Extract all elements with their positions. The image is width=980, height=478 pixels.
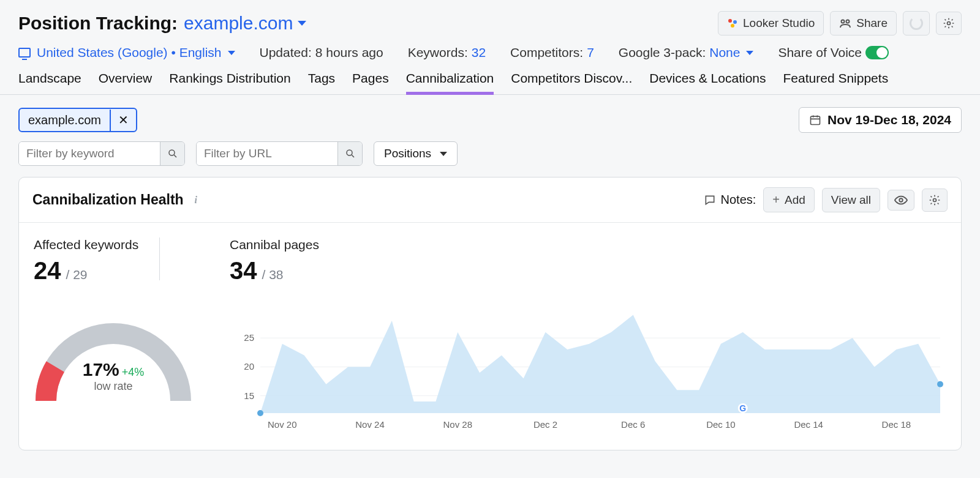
tab-competitors-discov-[interactable]: Competitors Discov... bbox=[511, 71, 632, 94]
tab-cannibalization[interactable]: Cannibalization bbox=[406, 71, 494, 94]
metric-label: Affected keywords bbox=[34, 237, 138, 252]
url-filter bbox=[196, 141, 363, 166]
metric-label: Cannibal pages bbox=[230, 237, 946, 252]
svg-point-7 bbox=[169, 150, 175, 155]
svg-point-8 bbox=[347, 150, 352, 155]
notes-text: Notes: bbox=[721, 193, 756, 207]
visibility-button[interactable] bbox=[888, 190, 914, 211]
x-tick: Nov 20 bbox=[268, 419, 297, 430]
positions-label: Positions bbox=[384, 147, 431, 160]
locale-text: United States (Google) • English bbox=[37, 45, 222, 60]
calendar-icon bbox=[809, 114, 821, 126]
metric-value: 34 bbox=[230, 257, 257, 285]
tab-featured-snippets[interactable]: Featured Snippets bbox=[783, 71, 889, 94]
updated-label: Updated: bbox=[260, 45, 312, 60]
keywords-label: Keywords: bbox=[408, 45, 468, 60]
updated-info: Updated: 8 hours ago bbox=[260, 45, 383, 60]
add-note-button[interactable]: + Add bbox=[763, 187, 815, 212]
monitor-icon bbox=[18, 48, 31, 58]
x-tick: Nov 28 bbox=[443, 419, 472, 430]
chevron-down-icon bbox=[298, 21, 306, 26]
domain-chip: example.com ✕ bbox=[18, 108, 137, 132]
url-input[interactable] bbox=[197, 142, 337, 165]
date-range-button[interactable]: Nov 19-Dec 18, 2024 bbox=[799, 107, 962, 133]
gear-icon bbox=[943, 17, 955, 29]
chevron-down-icon bbox=[228, 51, 235, 55]
add-label: Add bbox=[785, 193, 805, 207]
chevron-down-icon bbox=[746, 51, 753, 55]
g3pack-value: None bbox=[709, 45, 740, 60]
tab-pages[interactable]: Pages bbox=[352, 71, 389, 94]
tab-landscape[interactable]: Landscape bbox=[18, 71, 81, 94]
keyword-input[interactable] bbox=[19, 142, 160, 165]
g3pack-selector[interactable]: Google 3-pack: None bbox=[619, 45, 754, 60]
looker-studio-button[interactable]: Looker Studio bbox=[718, 11, 824, 35]
updated-value: 8 hours ago bbox=[315, 45, 383, 60]
svg-point-2 bbox=[731, 24, 734, 28]
sov-toggle-row: Share of Voice bbox=[778, 45, 889, 60]
sov-label: Share of Voice bbox=[778, 45, 862, 60]
domain-text: example.com bbox=[184, 13, 293, 34]
view-all-button[interactable]: View all bbox=[822, 188, 880, 212]
keywords-value[interactable]: 32 bbox=[472, 45, 486, 60]
svg-point-3 bbox=[842, 20, 845, 23]
chip-remove[interactable]: ✕ bbox=[111, 109, 136, 131]
x-tick: Nov 24 bbox=[355, 419, 385, 430]
card-settings-button[interactable] bbox=[922, 189, 948, 212]
plus-icon: + bbox=[772, 193, 780, 207]
locale-selector[interactable]: United States (Google) • English bbox=[18, 45, 235, 60]
svg-rect-6 bbox=[811, 116, 820, 124]
competitors-info: Competitors: 7 bbox=[510, 45, 594, 60]
keyword-filter bbox=[18, 141, 185, 166]
info-icon[interactable]: i bbox=[190, 194, 202, 206]
tab-devices-locations[interactable]: Devices & Locations bbox=[649, 71, 766, 94]
svg-point-0 bbox=[728, 19, 732, 23]
spinner-icon bbox=[910, 17, 923, 30]
looker-icon bbox=[727, 18, 738, 29]
affected-keywords-metric: Affected keywords 24 / 29 bbox=[34, 237, 138, 285]
url-search-button[interactable] bbox=[337, 142, 362, 165]
tab-rankings-distribution[interactable]: Rankings Distribution bbox=[169, 71, 290, 94]
settings-button[interactable] bbox=[936, 12, 962, 35]
metric-total: / 38 bbox=[262, 267, 284, 282]
x-tick: Dec 2 bbox=[533, 419, 557, 430]
svg-point-1 bbox=[733, 20, 737, 24]
tab-tags[interactable]: Tags bbox=[308, 71, 335, 94]
sov-toggle[interactable] bbox=[865, 46, 889, 59]
x-tick: Dec 18 bbox=[882, 419, 911, 430]
eye-icon bbox=[894, 195, 908, 205]
gauge-percent: 17% bbox=[83, 359, 119, 379]
domain-selector[interactable]: example.com bbox=[184, 13, 306, 34]
keyword-search-button[interactable] bbox=[160, 142, 184, 165]
share-icon bbox=[839, 18, 851, 29]
svg-point-15 bbox=[937, 381, 943, 387]
svg-point-4 bbox=[846, 20, 850, 23]
svg-point-5 bbox=[948, 22, 951, 25]
gauge-sub: low rate bbox=[34, 380, 193, 393]
view-all-label: View all bbox=[831, 193, 871, 207]
notes-label: Notes: bbox=[704, 193, 756, 207]
svg-point-10 bbox=[933, 198, 937, 201]
tab-overview[interactable]: Overview bbox=[99, 71, 153, 94]
note-icon bbox=[704, 194, 716, 206]
x-tick: Dec 10 bbox=[706, 419, 736, 430]
svg-point-14 bbox=[257, 410, 263, 416]
loading-button[interactable] bbox=[903, 11, 930, 35]
search-icon bbox=[345, 148, 356, 159]
google-marker-icon: G bbox=[738, 403, 748, 413]
y-tick: 15 bbox=[244, 390, 254, 401]
trend-chart: 152025Nov 20Nov 24Nov 28Dec 2Dec 6Dec 10… bbox=[230, 303, 946, 431]
gear-icon bbox=[929, 194, 941, 206]
competitors-value[interactable]: 7 bbox=[587, 45, 594, 60]
card-title: Cannibalization Health bbox=[32, 192, 184, 208]
svg-point-9 bbox=[899, 198, 903, 202]
keywords-info: Keywords: 32 bbox=[408, 45, 486, 60]
health-gauge: 17%+4% low rate bbox=[34, 321, 193, 407]
share-button[interactable]: Share bbox=[830, 11, 897, 35]
y-tick: 20 bbox=[244, 361, 254, 372]
date-range-text: Nov 19-Dec 18, 2024 bbox=[827, 113, 951, 127]
positions-dropdown[interactable]: Positions bbox=[374, 141, 458, 166]
search-icon bbox=[167, 148, 178, 159]
metric-total: / 29 bbox=[66, 267, 88, 282]
svg-text:G: G bbox=[739, 403, 746, 413]
